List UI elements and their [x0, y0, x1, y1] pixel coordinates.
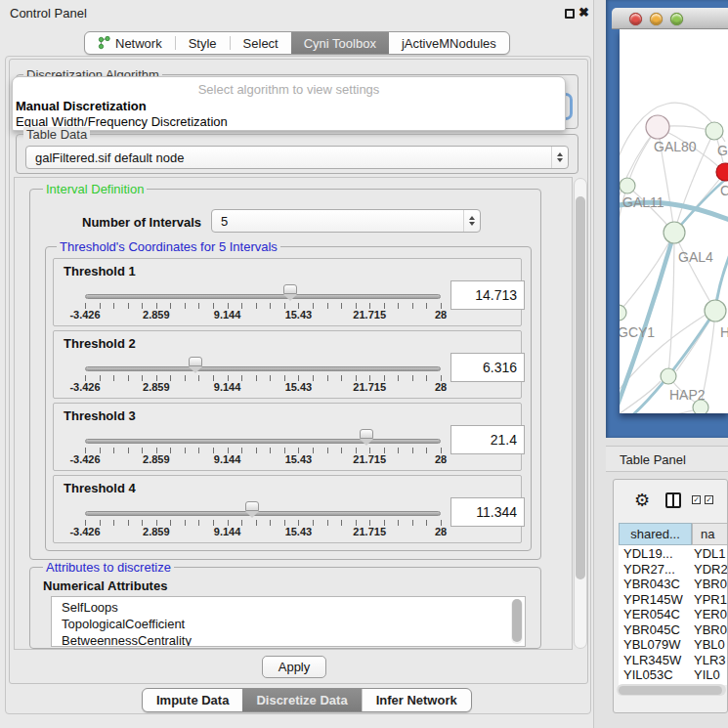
node-gal80 [646, 115, 669, 139]
list-item[interactable]: SelfLoops [52, 597, 525, 616]
threshold-slider-thumb[interactable] [283, 284, 297, 294]
num-intervals-combobox[interactable]: 5 [211, 209, 481, 233]
bottom-tab-bar: Impute Data Discretize Data Infer Networ… [142, 688, 472, 712]
scrollbar-thumb[interactable] [576, 196, 585, 579]
threshold-value-field[interactable]: 21.4 [450, 425, 525, 454]
tab-jactivemnodules[interactable]: jActiveMNodules [389, 32, 509, 54]
gear-icon[interactable]: ⚙ [634, 490, 650, 511]
node-gal4 [664, 222, 685, 243]
node-h [705, 300, 726, 321]
top-tab-bar: Network Style Select Cyni Toolbox jActiv… [84, 31, 510, 55]
num-intervals-value: 5 [212, 214, 463, 229]
threshold-label: Threshold 2 [64, 336, 136, 351]
threshold-slider-thumb[interactable] [245, 501, 259, 511]
node-red [716, 163, 728, 181]
zoom-traffic-light-icon[interactable] [670, 13, 683, 25]
threshold-value-field[interactable]: 14.713 [450, 280, 525, 310]
tab-network[interactable]: Network [85, 32, 175, 54]
threshold-value-field[interactable]: 6.316 [450, 353, 525, 382]
close-icon[interactable]: ✖ [578, 5, 589, 20]
column-layout-icon[interactable] [665, 492, 681, 508]
table-panel: ⚙ ✓ ✓ shared... na YDL19...YDL1 YDR27...… [613, 479, 728, 713]
slider-tick-labels: -3.426 2.859 9.144 15.43 21.715 28 [85, 526, 441, 538]
threshold-panel: Threshold 1 -3.426 2.859 9.144 15.43 21.… [53, 258, 522, 326]
table-row[interactable]: YER054CYER0 [619, 607, 728, 622]
tab-select[interactable]: Select [231, 32, 291, 54]
network-graph [620, 29, 728, 413]
network-canvas[interactable]: GAL80 GA GAL11 C GAL4 GCY1 H HAP2 [620, 29, 728, 413]
node-table: shared... na YDL19...YDL1 YDR27...YDR2 Y… [619, 523, 728, 685]
table-row[interactable]: YDL19...YDL1 [619, 546, 728, 562]
thresholds-group-label: Threshold's Coordinates for 5 Intervals [57, 239, 280, 254]
network-icon [98, 35, 110, 51]
algorithm-dropdown-popup: Select algorithm to view settings Manual… [12, 76, 566, 131]
table-row[interactable]: YBR045CYBR0 [619, 622, 728, 638]
list-item[interactable]: BetweennessCentrality [52, 632, 525, 647]
control-panel: Control Panel ✖ Network Style Select Cyn… [0, 0, 593, 728]
scrollbar-thumb[interactable] [619, 686, 722, 695]
node-ga [706, 122, 723, 140]
threshold-label: Threshold 4 [64, 481, 136, 495]
table-data-combobox[interactable]: galFiltered.sif default node [25, 146, 569, 169]
tab-network-label: Network [115, 36, 162, 51]
scrollbar-thumb[interactable] [512, 599, 522, 642]
node-label-gal80: GAL80 [654, 139, 697, 154]
algorithm-option-manual[interactable]: Manual Discretization [15, 99, 147, 113]
threshold-slider-track[interactable] [85, 439, 441, 444]
table-row[interactable]: YPR145WYPR1 [619, 592, 728, 608]
threshold-slider-track[interactable] [85, 366, 441, 371]
checkbox-icon[interactable]: ✓ [692, 495, 701, 504]
table-row[interactable]: YIL053CYIL0 [619, 667, 728, 680]
slider-tick-labels: -3.426 2.859 9.144 15.43 21.715 28 [85, 453, 441, 466]
node-label-ga: GA [717, 143, 728, 158]
tab-infer-network[interactable]: Infer Network [363, 689, 471, 711]
table-panel-title: Table Panel [620, 452, 686, 467]
panel-title: Control Panel [10, 6, 87, 21]
stepper-icon [551, 147, 568, 168]
table-panel-titlebar: Table Panel [606, 446, 728, 472]
threshold-panel: Threshold 3 -3.426 2.859 9.144 15.43 21.… [53, 403, 522, 471]
tab-discretize-data[interactable]: Discretize Data [242, 689, 361, 711]
close-traffic-light-icon[interactable] [629, 13, 642, 25]
table-row[interactable]: YLR345WYLR3 [619, 653, 728, 668]
undock-icon[interactable] [565, 9, 575, 19]
network-window-titlebar[interactable] [612, 8, 728, 29]
table-data-value: galFiltered.sif default node [26, 150, 551, 165]
threshold-label: Threshold 1 [64, 264, 136, 278]
column-header-shared-name[interactable]: shared... [619, 523, 692, 545]
minimize-traffic-light-icon[interactable] [650, 13, 663, 25]
settings-vertical-scrollbar[interactable] [574, 178, 587, 649]
algorithm-placeholder: Select algorithm to view settings [13, 82, 565, 97]
threshold-value-field[interactable]: 11.344 [450, 497, 525, 527]
threshold-slider-thumb[interactable] [360, 429, 373, 439]
attributes-group-label: Attributes to discretize [43, 560, 174, 575]
interval-definition-label: Interval Definition [43, 182, 147, 196]
table-horizontal-scrollbar[interactable] [617, 684, 726, 696]
column-header-name[interactable]: na [692, 523, 728, 545]
threshold-label: Threshold 3 [64, 408, 136, 423]
table-row[interactable]: YBL079WYBL0 [619, 637, 728, 653]
numerical-attributes-list[interactable]: SelfLoops TopologicalCoefficient Between… [51, 596, 526, 647]
threshold-slider-track[interactable] [85, 511, 441, 516]
num-intervals-label: Number of Intervals [82, 215, 201, 230]
panel-divider[interactable] [593, 0, 606, 728]
numerical-attributes-label: Numerical Attributes [43, 578, 167, 593]
slider-tick-labels: -3.426 2.859 9.144 15.43 21.715 28 [85, 381, 441, 394]
tab-cyni-toolbox[interactable]: Cyni Toolbox [291, 32, 389, 54]
threshold-panel: Threshold 2 -3.426 2.859 9.144 15.43 21.… [53, 330, 522, 399]
tab-impute-data[interactable]: Impute Data [143, 689, 242, 711]
node-gal11 [620, 178, 635, 193]
list-item[interactable]: TopologicalCoefficient [52, 616, 525, 632]
tab-style[interactable]: Style [176, 32, 230, 54]
node-label-gal4: GAL4 [678, 249, 713, 265]
table-row[interactable]: YDR27...YDR2 [619, 562, 728, 578]
threshold-slider-track[interactable] [85, 294, 441, 299]
threshold-slider-thumb[interactable] [189, 357, 202, 366]
apply-button[interactable]: Apply [262, 656, 326, 678]
list-scrollbar[interactable] [511, 599, 523, 644]
table-row[interactable]: YBR043CYBR0 [619, 577, 728, 592]
checkbox-icon[interactable]: ✓ [705, 495, 713, 504]
slider-tick-labels: -3.426 2.859 9.144 15.43 21.715 28 [85, 309, 441, 321]
node-hap2 [661, 368, 676, 384]
table-body: YDL19...YDL1 YDR27...YDR2 YBR043CYBR0 YP… [619, 546, 728, 680]
